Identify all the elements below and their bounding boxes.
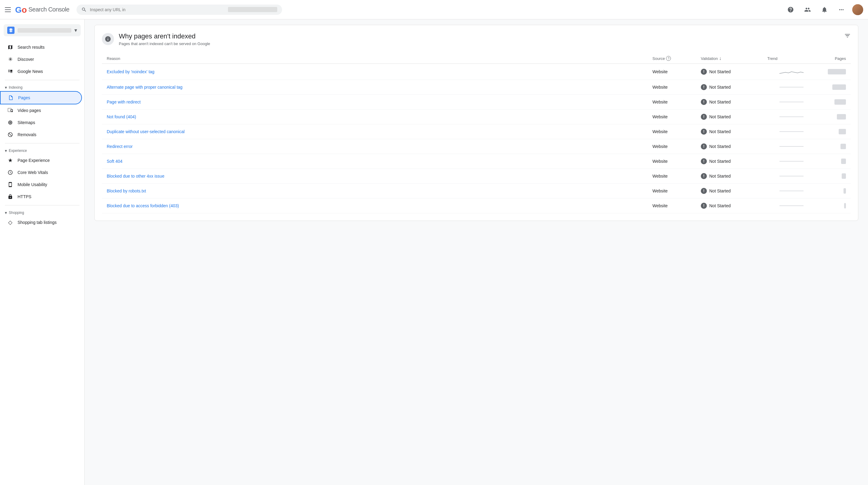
sidebar-item-core-web-vitals[interactable]: Core Web Vitals <box>0 166 82 178</box>
shopping-section-header[interactable]: ▾ Shopping <box>0 208 84 216</box>
table-row[interactable]: Blocked due to other 4xx issue Website !… <box>102 169 851 184</box>
experience-section-label: Experience <box>9 148 27 153</box>
row-reason[interactable]: Soft 404 <box>107 159 652 164</box>
video-pages-icon <box>7 107 13 113</box>
col-trend: Trend <box>767 56 816 61</box>
nav-divider-experience <box>5 143 80 143</box>
sidebar-item-shopping-tab-listings[interactable]: ◇ Shopping tab listings <box>0 216 82 228</box>
sidebar-item-search-results[interactable]: Search results <box>0 41 82 53</box>
sidebar-item-pages[interactable]: Pages <box>0 91 82 104</box>
col-source: Source ? <box>652 56 701 61</box>
sidebar-item-discover[interactable]: ✳ Discover <box>0 53 82 65</box>
row-pages <box>816 84 846 90</box>
main-card: Why pages aren't indexed Pages that aren… <box>94 25 858 221</box>
sidebar-item-search-results-label: Search results <box>18 45 44 50</box>
sidebar-item-removals-label: Removals <box>18 132 36 137</box>
table-row[interactable]: Blocked by robots.txt Website ! Not Star… <box>102 184 851 198</box>
card-title: Why pages aren't indexed <box>119 32 210 40</box>
page-experience-icon: ★ <box>7 157 13 163</box>
not-started-icon: ! <box>701 143 707 149</box>
filter-button[interactable] <box>844 32 851 40</box>
row-source: Website <box>652 174 701 178</box>
user-management-button[interactable] <box>802 4 813 16</box>
sidebar-item-core-web-vitals-label: Core Web Vitals <box>18 170 48 175</box>
row-reason[interactable]: Page with redirect <box>107 99 652 104</box>
not-started-icon: ! <box>701 69 707 75</box>
col-validation[interactable]: Validation ↓ <box>701 56 767 61</box>
validation-sort-icon: ↓ <box>719 56 721 61</box>
property-dropdown-icon: ▾ <box>74 27 77 34</box>
trend-line <box>779 176 804 176</box>
property-icon <box>7 27 14 34</box>
https-icon <box>7 194 13 200</box>
row-validation: ! Not Started <box>701 99 767 105</box>
search-bar[interactable]: ████████████████ <box>76 4 282 15</box>
table-row[interactable]: Redirect error Website ! Not Started <box>102 139 851 154</box>
row-validation: ! Not Started <box>701 203 767 209</box>
svg-rect-5 <box>10 72 12 73</box>
menu-button[interactable] <box>5 7 11 12</box>
sidebar-item-google-news[interactable]: Google News <box>0 65 82 78</box>
row-trend <box>767 68 816 75</box>
avatar[interactable] <box>852 4 863 15</box>
not-started-icon: ! <box>701 203 707 209</box>
apps-button[interactable] <box>835 4 847 16</box>
help-button[interactable] <box>784 4 797 16</box>
indexing-chevron-icon: ▾ <box>5 85 7 90</box>
trend-line <box>779 102 804 102</box>
row-pages <box>816 203 846 208</box>
row-reason[interactable]: Alternate page with proper canonical tag <box>107 85 652 90</box>
source-help-icon[interactable]: ? <box>666 56 671 61</box>
sidebar-item-page-experience[interactable]: ★ Page Experience <box>0 154 82 166</box>
sidebar-item-video-pages[interactable]: Video pages <box>0 104 82 116</box>
trend-line <box>779 161 804 162</box>
logo-area: Google Search Console <box>14 4 69 16</box>
not-started-icon: ! <box>701 188 707 194</box>
svg-text:Google: Google <box>15 5 27 15</box>
row-pages <box>816 188 846 194</box>
notifications-button[interactable] <box>818 4 831 16</box>
trend-line <box>779 146 804 147</box>
row-pages <box>816 129 846 134</box>
property-selector[interactable]: ████████████████ ▾ <box>4 24 81 36</box>
sidebar-item-removals[interactable]: Removals <box>0 129 82 141</box>
sidebar-item-https[interactable]: HTTPS <box>0 191 82 203</box>
row-reason[interactable]: Blocked due to access forbidden (403) <box>107 203 652 208</box>
sidebar-item-sitemaps[interactable]: Sitemaps <box>0 116 82 129</box>
row-reason[interactable]: Blocked due to other 4xx issue <box>107 174 652 178</box>
sidebar-item-video-pages-label: Video pages <box>18 108 41 113</box>
row-reason[interactable]: Duplicate without user-selected canonica… <box>107 129 652 134</box>
row-reason[interactable]: Redirect error <box>107 144 652 149</box>
search-input[interactable] <box>90 7 225 12</box>
table-row[interactable]: Alternate page with proper canonical tag… <box>102 80 851 95</box>
table-row[interactable]: Not found (404) Website ! Not Started <box>102 110 851 124</box>
trend-line <box>779 205 804 206</box>
experience-section-header[interactable]: ▾ Experience <box>0 146 84 154</box>
indexing-section-header[interactable]: ▾ Indexing <box>0 83 84 91</box>
svg-rect-1 <box>8 70 10 70</box>
not-started-icon: ! <box>701 173 707 179</box>
google-logo-icon: Google <box>14 4 27 16</box>
row-reason[interactable]: Excluded by 'noindex' tag <box>107 69 652 74</box>
card-header-text: Why pages aren't indexed Pages that aren… <box>119 32 210 46</box>
sidebar-item-page-experience-label: Page Experience <box>18 158 50 163</box>
trend-line <box>779 131 804 132</box>
row-source: Website <box>652 203 701 208</box>
table-row[interactable]: Page with redirect Website ! Not Started <box>102 95 851 110</box>
table-row[interactable]: Duplicate without user-selected canonica… <box>102 124 851 139</box>
discover-icon: ✳ <box>7 56 13 62</box>
trend-line <box>779 87 804 87</box>
info-icon <box>102 33 114 45</box>
table-row[interactable]: Soft 404 Website ! Not Started <box>102 154 851 169</box>
table-row[interactable]: Excluded by 'noindex' tag Website ! Not … <box>102 64 851 80</box>
table-row[interactable]: Blocked due to access forbidden (403) We… <box>102 198 851 213</box>
row-reason[interactable]: Not found (404) <box>107 114 652 119</box>
row-reason[interactable]: Blocked by robots.txt <box>107 189 652 193</box>
table: Reason Source ? Validation ↓ Trend Pages <box>102 53 851 213</box>
sidebar-item-mobile-usability[interactable]: Mobile Usability <box>0 178 82 191</box>
row-trend <box>767 131 816 132</box>
row-pages <box>816 99 846 105</box>
search-results-icon <box>7 44 13 50</box>
row-validation: ! Not Started <box>701 158 767 164</box>
row-trend <box>767 176 816 176</box>
